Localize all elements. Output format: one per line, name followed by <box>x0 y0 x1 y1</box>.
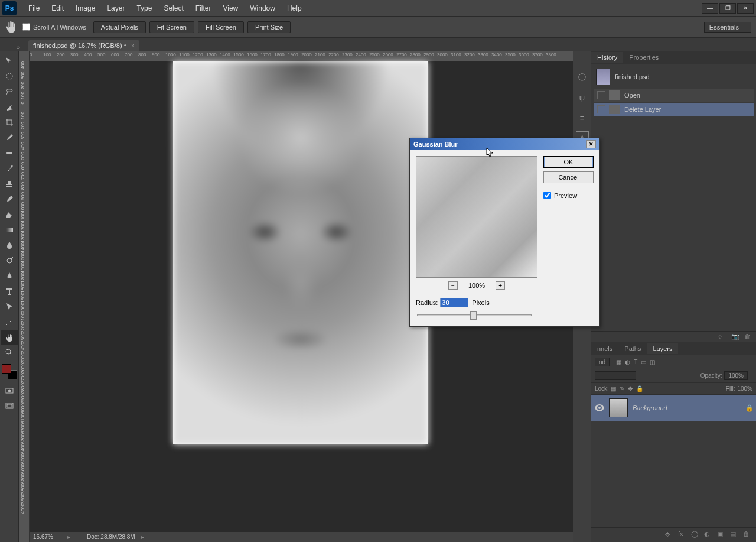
move-tool[interactable] <box>1 54 18 68</box>
maximize-button[interactable]: ❐ <box>719 3 736 14</box>
gradient-tool[interactable] <box>1 223 18 237</box>
delete-icon[interactable]: 🗑 <box>743 530 754 540</box>
eyedropper-tool[interactable] <box>1 131 18 145</box>
layers-tab[interactable]: Layers <box>647 343 678 354</box>
radius-slider[interactable] <box>416 311 533 320</box>
screen-mode-tool[interactable] <box>1 399 18 413</box>
lock-move-icon[interactable]: ✥ <box>628 385 633 392</box>
zoom-tool[interactable] <box>1 346 18 360</box>
adjustment-icon[interactable]: ◐ <box>704 530 715 540</box>
fill-value[interactable]: 100% <box>737 385 752 392</box>
ok-button[interactable]: OK <box>543 156 594 168</box>
menu-layer[interactable]: Layer <box>101 2 131 15</box>
filter-smart-icon[interactable]: ◫ <box>650 359 655 365</box>
scroll-all-checkbox[interactable]: Scroll All Windows <box>22 23 86 31</box>
marquee-tool[interactable] <box>1 69 18 83</box>
close-window-button[interactable]: ✕ <box>737 3 754 14</box>
crop-tool[interactable] <box>1 115 18 129</box>
adjustments-panel-icon[interactable]: ≡ <box>576 111 589 124</box>
zoom-out-button[interactable]: − <box>448 281 458 290</box>
info-panel-icon[interactable]: ⓘ <box>576 71 589 84</box>
trash-icon[interactable]: 🗑 <box>744 333 754 341</box>
print-size-button[interactable]: Print Size <box>247 21 291 33</box>
opacity-value[interactable]: 100% <box>724 371 748 380</box>
layer-row-background[interactable]: Background 🔒 <box>591 394 756 421</box>
layer-thumbnail[interactable] <box>609 398 628 417</box>
brush-tool[interactable] <box>1 161 18 176</box>
hand-tool[interactable] <box>1 330 18 345</box>
document-canvas[interactable] <box>173 61 428 444</box>
lock-all-icon[interactable]: 🔒 <box>636 385 643 392</box>
channels-tab[interactable]: nnels <box>591 343 618 354</box>
brush-panel-icon[interactable]: ψ <box>576 91 589 104</box>
menu-view[interactable]: View <box>217 2 244 15</box>
history-snapshot[interactable]: finished.psd <box>594 66 754 87</box>
fx-icon[interactable]: fx <box>678 530 689 540</box>
filter-pixel-icon[interactable]: ▦ <box>616 359 621 365</box>
menu-file[interactable]: File <box>22 2 45 15</box>
tab-expand-icon[interactable]: » <box>17 44 24 51</box>
dialog-close-button[interactable]: ✕ <box>586 140 596 148</box>
properties-tab[interactable]: Properties <box>623 52 664 63</box>
menu-help[interactable]: Help <box>281 2 308 15</box>
color-swatches[interactable] <box>2 364 17 379</box>
menu-image[interactable]: Image <box>70 2 101 15</box>
mask-icon[interactable]: ◯ <box>691 530 702 540</box>
menu-filter[interactable]: Filter <box>190 2 217 15</box>
filter-shape-icon[interactable]: ▭ <box>641 359 646 365</box>
minimize-button[interactable]: — <box>702 3 718 14</box>
document-tab-close-icon[interactable]: × <box>131 43 135 49</box>
blend-mode-dropdown[interactable] <box>595 371 636 380</box>
group-icon[interactable]: ▣ <box>717 530 728 540</box>
stamp-tool[interactable] <box>1 177 18 191</box>
history-brush-tool[interactable] <box>1 192 18 206</box>
preview-checkbox[interactable]: Preview <box>543 192 594 199</box>
slider-thumb[interactable] <box>470 311 477 320</box>
eraser-tool[interactable] <box>1 207 18 222</box>
radius-input[interactable] <box>440 298 468 307</box>
history-item-open[interactable]: Open <box>594 89 754 102</box>
quick-mask-tool[interactable] <box>1 384 18 398</box>
foreground-color[interactable] <box>2 364 11 374</box>
pen-tool[interactable] <box>1 269 18 283</box>
filter-icon[interactable]: ⎀ <box>718 333 728 341</box>
type-tool[interactable] <box>1 284 18 298</box>
document-tab[interactable]: finished.psd @ 16.7% (RGB/8) * × <box>28 40 139 51</box>
menu-edit[interactable]: Edit <box>45 2 70 15</box>
snapshot-icon[interactable]: 📷 <box>731 333 741 341</box>
dialog-titlebar[interactable]: Gaussian Blur ✕ <box>410 138 599 150</box>
status-zoom[interactable]: 16.67% <box>33 534 63 540</box>
visibility-icon[interactable] <box>595 404 604 411</box>
fill-screen-button[interactable]: Fill Screen <box>198 21 244 33</box>
layer-filter-dropdown[interactable]: nd <box>595 358 610 366</box>
actual-pixels-button[interactable]: Actual Pixels <box>93 21 146 33</box>
preview-checkbox-input[interactable] <box>543 192 551 199</box>
filter-type-icon[interactable]: T <box>634 359 637 365</box>
link-layers-icon[interactable]: ⬘ <box>665 530 676 540</box>
blur-tool[interactable] <box>1 238 18 252</box>
quick-select-tool[interactable] <box>1 100 18 114</box>
shape-tool[interactable] <box>1 315 18 329</box>
path-select-tool[interactable] <box>1 300 18 314</box>
layer-name[interactable]: Background <box>633 404 745 411</box>
lock-trans-icon[interactable]: ▦ <box>611 385 616 392</box>
history-tab[interactable]: History <box>591 52 623 63</box>
fit-screen-button[interactable]: Fit Screen <box>149 21 194 33</box>
lasso-tool[interactable] <box>1 85 18 99</box>
status-expand-icon[interactable]: ▸ <box>67 534 70 540</box>
healing-tool[interactable] <box>1 146 18 160</box>
menu-type[interactable]: Type <box>131 2 158 15</box>
new-layer-icon[interactable]: ▤ <box>730 530 741 540</box>
lock-paint-icon[interactable]: ✎ <box>620 385 624 392</box>
menu-select[interactable]: Select <box>158 2 189 15</box>
history-item-delete-layer[interactable]: Delete Layer <box>594 103 754 116</box>
workspace-switcher[interactable]: Essentials <box>704 22 751 33</box>
preview-image[interactable] <box>416 156 537 278</box>
status-menu-icon[interactable]: ▸ <box>141 534 144 540</box>
filter-adjust-icon[interactable]: ◐ <box>625 359 630 365</box>
scroll-all-input[interactable] <box>22 23 30 31</box>
dodge-tool[interactable] <box>1 254 18 268</box>
cancel-button[interactable]: Cancel <box>543 171 594 183</box>
menu-window[interactable]: Window <box>244 2 281 15</box>
paths-tab[interactable]: Paths <box>618 343 647 354</box>
